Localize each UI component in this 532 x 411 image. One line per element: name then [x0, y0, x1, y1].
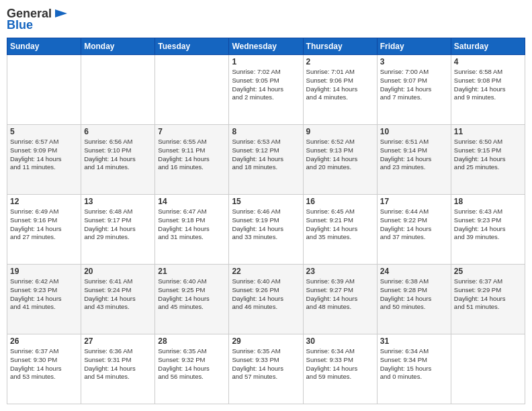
calendar-cell: 15Sunrise: 6:46 AM Sunset: 9:19 PM Dayli…: [229, 195, 303, 265]
day-info: Sunrise: 6:45 AM Sunset: 9:21 PM Dayligh…: [306, 208, 374, 242]
day-number: 5: [10, 127, 78, 136]
calendar-cell: [451, 334, 525, 404]
day-info: Sunrise: 6:48 AM Sunset: 9:17 PM Dayligh…: [84, 208, 152, 242]
weekday-header-sunday: Sunday: [7, 38, 81, 55]
day-number: 11: [454, 127, 522, 136]
day-info: Sunrise: 7:02 AM Sunset: 9:05 PM Dayligh…: [232, 68, 300, 102]
weekday-header-friday: Friday: [377, 38, 451, 55]
logo: General Blue: [7, 7, 69, 32]
day-number: 17: [380, 197, 448, 206]
calendar-cell: 22Sunrise: 6:40 AM Sunset: 9:26 PM Dayli…: [229, 265, 303, 334]
calendar-cell: 25Sunrise: 6:37 AM Sunset: 9:29 PM Dayli…: [451, 265, 525, 334]
day-number: 13: [84, 197, 152, 206]
day-info: Sunrise: 6:50 AM Sunset: 9:15 PM Dayligh…: [454, 138, 522, 172]
calendar-cell: [81, 55, 155, 125]
day-number: 27: [84, 336, 152, 346]
day-number: 28: [158, 336, 226, 346]
calendar-week-row: 26Sunrise: 6:37 AM Sunset: 9:30 PM Dayli…: [7, 334, 525, 404]
day-number: 29: [232, 336, 300, 346]
day-info: Sunrise: 6:37 AM Sunset: 9:29 PM Dayligh…: [454, 277, 522, 312]
day-number: 19: [10, 267, 78, 276]
calendar-week-row: 12Sunrise: 6:49 AM Sunset: 9:16 PM Dayli…: [7, 195, 525, 265]
calendar-cell: 30Sunrise: 6:34 AM Sunset: 9:33 PM Dayli…: [303, 334, 377, 404]
day-number: 30: [306, 336, 374, 346]
calendar-week-row: 5Sunrise: 6:57 AM Sunset: 9:09 PM Daylig…: [7, 125, 525, 195]
day-info: Sunrise: 6:46 AM Sunset: 9:19 PM Dayligh…: [232, 208, 300, 242]
day-number: 3: [380, 57, 448, 66]
calendar-cell: 16Sunrise: 6:45 AM Sunset: 9:21 PM Dayli…: [303, 195, 377, 265]
calendar-cell: 31Sunrise: 6:34 AM Sunset: 9:34 PM Dayli…: [377, 334, 451, 404]
calendar-cell: 18Sunrise: 6:43 AM Sunset: 9:23 PM Dayli…: [451, 195, 525, 265]
calendar-week-row: 19Sunrise: 6:42 AM Sunset: 9:23 PM Dayli…: [7, 265, 525, 334]
calendar-cell: 28Sunrise: 6:35 AM Sunset: 9:32 PM Dayli…: [155, 334, 229, 404]
day-number: 14: [158, 197, 226, 206]
calendar-cell: 21Sunrise: 6:40 AM Sunset: 9:25 PM Dayli…: [155, 265, 229, 334]
day-number: 12: [10, 197, 78, 206]
day-info: Sunrise: 6:41 AM Sunset: 9:24 PM Dayligh…: [84, 277, 152, 312]
calendar-cell: 17Sunrise: 6:44 AM Sunset: 9:22 PM Dayli…: [377, 195, 451, 265]
calendar-cell: 9Sunrise: 6:52 AM Sunset: 9:13 PM Daylig…: [303, 125, 377, 195]
calendar-cell: 29Sunrise: 6:35 AM Sunset: 9:33 PM Dayli…: [229, 334, 303, 404]
day-info: Sunrise: 6:37 AM Sunset: 9:30 PM Dayligh…: [10, 347, 78, 381]
calendar-cell: 14Sunrise: 6:47 AM Sunset: 9:18 PM Dayli…: [155, 195, 229, 265]
calendar-cell: 2Sunrise: 7:01 AM Sunset: 9:06 PM Daylig…: [303, 55, 377, 125]
calendar-cell: 3Sunrise: 7:00 AM Sunset: 9:07 PM Daylig…: [377, 55, 451, 125]
calendar-cell: [155, 55, 229, 125]
header: General Blue: [7, 7, 525, 32]
day-info: Sunrise: 6:58 AM Sunset: 9:08 PM Dayligh…: [454, 68, 522, 102]
day-number: 26: [10, 336, 78, 346]
logo-flag-icon: [54, 8, 69, 20]
calendar-cell: 23Sunrise: 6:39 AM Sunset: 9:27 PM Dayli…: [303, 265, 377, 334]
calendar-cell: 26Sunrise: 6:37 AM Sunset: 9:30 PM Dayli…: [7, 334, 81, 404]
calendar-cell: 24Sunrise: 6:38 AM Sunset: 9:28 PM Dayli…: [377, 265, 451, 334]
day-info: Sunrise: 6:38 AM Sunset: 9:28 PM Dayligh…: [380, 277, 448, 312]
calendar-cell: 1Sunrise: 7:02 AM Sunset: 9:05 PM Daylig…: [229, 55, 303, 125]
day-number: 22: [232, 267, 300, 276]
day-info: Sunrise: 6:57 AM Sunset: 9:09 PM Dayligh…: [10, 138, 78, 172]
day-number: 15: [232, 197, 300, 206]
day-info: Sunrise: 6:40 AM Sunset: 9:25 PM Dayligh…: [158, 277, 226, 312]
day-info: Sunrise: 6:44 AM Sunset: 9:22 PM Dayligh…: [380, 208, 448, 242]
calendar-cell: 7Sunrise: 6:55 AM Sunset: 9:11 PM Daylig…: [155, 125, 229, 195]
weekday-header-monday: Monday: [81, 38, 155, 55]
day-number: 18: [454, 197, 522, 206]
day-number: 23: [306, 267, 374, 276]
day-info: Sunrise: 6:34 AM Sunset: 9:33 PM Dayligh…: [306, 347, 374, 381]
day-info: Sunrise: 6:43 AM Sunset: 9:23 PM Dayligh…: [454, 208, 522, 242]
day-info: Sunrise: 6:36 AM Sunset: 9:31 PM Dayligh…: [84, 347, 152, 381]
day-info: Sunrise: 6:52 AM Sunset: 9:13 PM Dayligh…: [306, 138, 374, 172]
day-number: 24: [380, 267, 448, 276]
day-number: 8: [232, 127, 300, 136]
day-info: Sunrise: 6:49 AM Sunset: 9:16 PM Dayligh…: [10, 208, 78, 242]
day-number: 20: [84, 267, 152, 276]
day-info: Sunrise: 6:34 AM Sunset: 9:34 PM Dayligh…: [380, 347, 448, 381]
day-info: Sunrise: 6:47 AM Sunset: 9:18 PM Dayligh…: [158, 208, 226, 242]
day-info: Sunrise: 6:53 AM Sunset: 9:12 PM Dayligh…: [232, 138, 300, 172]
day-number: 16: [306, 197, 374, 206]
calendar-table: SundayMondayTuesdayWednesdayThursdayFrid…: [7, 38, 525, 404]
calendar-cell: 5Sunrise: 6:57 AM Sunset: 9:09 PM Daylig…: [7, 125, 81, 195]
day-number: 9: [306, 127, 374, 136]
weekday-header-row: SundayMondayTuesdayWednesdayThursdayFrid…: [7, 38, 525, 55]
day-info: Sunrise: 6:35 AM Sunset: 9:32 PM Dayligh…: [158, 347, 226, 381]
day-info: Sunrise: 6:55 AM Sunset: 9:11 PM Dayligh…: [158, 138, 226, 172]
calendar-cell: 20Sunrise: 6:41 AM Sunset: 9:24 PM Dayli…: [81, 265, 155, 334]
calendar-cell: 10Sunrise: 6:51 AM Sunset: 9:14 PM Dayli…: [377, 125, 451, 195]
day-number: 7: [158, 127, 226, 136]
calendar-cell: 11Sunrise: 6:50 AM Sunset: 9:15 PM Dayli…: [451, 125, 525, 195]
day-number: 2: [306, 57, 374, 66]
day-number: 21: [158, 267, 226, 276]
day-info: Sunrise: 6:39 AM Sunset: 9:27 PM Dayligh…: [306, 277, 374, 312]
weekday-header-tuesday: Tuesday: [155, 38, 229, 55]
day-number: 31: [380, 336, 448, 346]
day-number: 1: [232, 57, 300, 66]
svg-marker-0: [55, 9, 67, 17]
day-info: Sunrise: 6:35 AM Sunset: 9:33 PM Dayligh…: [232, 347, 300, 381]
day-info: Sunrise: 6:56 AM Sunset: 9:10 PM Dayligh…: [84, 138, 152, 172]
page: General Blue SundayMondayTuesdayWednesda…: [0, 0, 532, 411]
day-info: Sunrise: 6:40 AM Sunset: 9:26 PM Dayligh…: [232, 277, 300, 312]
day-info: Sunrise: 6:51 AM Sunset: 9:14 PM Dayligh…: [380, 138, 448, 172]
day-info: Sunrise: 7:00 AM Sunset: 9:07 PM Dayligh…: [380, 68, 448, 102]
day-number: 25: [454, 267, 522, 276]
day-info: Sunrise: 6:42 AM Sunset: 9:23 PM Dayligh…: [10, 277, 78, 312]
